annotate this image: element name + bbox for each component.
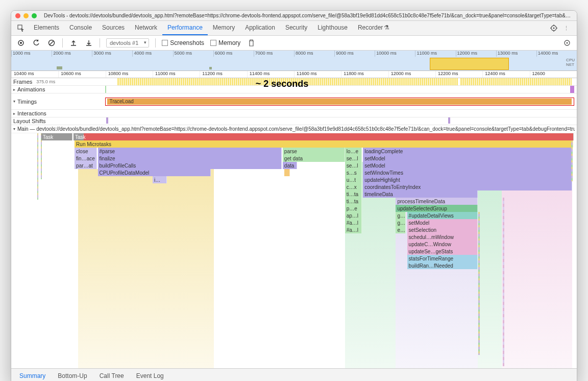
overview-selection[interactable] [430,58,509,70]
flame-entry[interactable]: lo…e [345,148,362,155]
tab-network[interactable]: Network [130,21,162,35]
flame-entry[interactable]: #a…l [345,226,362,233]
screenshots-checkbox[interactable]: Screenshots [162,39,204,46]
flame-entry[interactable] [284,169,290,176]
flame-entry[interactable]: timelineData [363,190,478,198]
reload-record-button[interactable] [32,38,41,47]
memory-checkbox[interactable]: Memory [210,39,240,46]
traceload-bar[interactable]: TraceLoad [107,99,572,105]
flame-entry[interactable]: setModel [407,219,478,226]
flame-entry[interactable]: se…l [345,162,362,169]
flame-entry[interactable]: e… [396,226,406,233]
ruler-tick: 11000 ms [153,71,200,78]
ruler-tick: 10600 ms [58,71,105,78]
zoom-window-button[interactable] [32,13,37,18]
flame-entry[interactable]: parse [283,148,345,155]
flame-entry[interactable]: setModel [363,162,572,169]
delete-button[interactable] [247,38,256,47]
flame-task-long[interactable]: Task [74,133,574,140]
flame-entry[interactable]: buildProfileCalls [98,162,282,169]
kebab-menu-icon[interactable]: ⋮ [561,23,571,33]
tab-security[interactable]: Security [280,21,312,35]
flame-entry[interactable]: get data [283,155,345,162]
tracks-area: Frames 375.0 ms ▸ Animations ~ 2 seconds [11,78,577,368]
flame-entry[interactable]: updateSe…geStats [407,248,478,255]
btab-bottom-up[interactable]: Bottom-Up [53,371,92,381]
btab-call-tree[interactable]: Call Tree [94,371,129,381]
overview-timeline[interactable]: 1000 ms 2000 ms 3000 ms 4000 ms 5000 ms … [11,51,577,71]
flame-entry[interactable]: updateHighlight [363,176,572,183]
flame-entry[interactable]: close [75,148,97,155]
tab-application[interactable]: Application [240,21,280,35]
flame-entry[interactable]: ti…ta [345,190,362,198]
flame-entry[interactable]: c…x [345,183,362,190]
flame-entry[interactable]: s…s [345,169,362,176]
svg-point-8 [20,42,22,44]
timings-track[interactable]: ▾ Timings TraceLoad [11,93,577,110]
upload-button[interactable] [69,38,78,47]
ruler-tick: 12400 ms [482,71,529,78]
flame-entry[interactable]: CPUProfileDataModel [98,169,211,176]
collapse-icon[interactable]: ▸ [13,111,15,116]
flame-entry[interactable]: g… [396,219,406,226]
flame-entry[interactable]: data [283,162,297,169]
flame-entry[interactable]: u…t [345,176,362,183]
flame-entry[interactable]: #updateDetailViews [407,212,478,219]
btab-summary[interactable]: Summary [14,371,51,381]
checkbox-icon [210,40,216,46]
settings-icon[interactable] [549,23,558,33]
flame-entry[interactable]: updateC…Window [407,241,478,248]
record-button[interactable] [16,38,26,47]
flame-entry[interactable]: ti…ta [345,198,362,205]
flame-chart[interactable]: Task Task Run Microtasks close #parse pa… [11,133,577,368]
flame-entry[interactable]: coordinatesToEntryIndex [363,183,572,190]
tab-sources[interactable]: Sources [97,21,130,35]
interactions-track[interactable]: ▸ Interactions [11,110,577,117]
flame-entry[interactable]: finalize [98,155,282,162]
flame-entry[interactable]: p…e [345,205,362,212]
flame-entry[interactable]: processTimelineData [396,198,478,205]
collapse-icon[interactable]: ▸ [13,87,15,92]
tab-console[interactable]: Console [64,21,97,35]
flame-entry[interactable]: i… [153,176,167,183]
collapse-icon[interactable]: ▾ [13,99,15,104]
clear-button[interactable] [47,38,56,47]
flame-entry[interactable]: ap…l [345,212,362,219]
flame-entry[interactable]: setSelection [407,226,478,233]
layout-shifts-track[interactable]: Layout Shifts [11,117,577,125]
minimize-window-button[interactable] [23,13,29,18]
screenshots-label: Screenshots [170,39,204,46]
time-ruler[interactable]: 10400 ms 10600 ms 10800 ms 11000 ms 1120… [11,71,577,78]
tab-lighthouse[interactable]: Lighthouse [312,21,353,35]
tab-elements[interactable]: Elements [29,21,64,35]
flame-entry[interactable]: setWindowTimes [363,169,572,176]
flame-activity [37,133,38,200]
tab-performance[interactable]: Performance [162,21,208,35]
tab-memory[interactable]: Memory [208,21,240,35]
main-thread-header[interactable]: ▾ Main — devtools://devtools/bundled/dev… [11,125,577,133]
flame-entry[interactable]: #parse [98,148,282,155]
flame-entry[interactable]: buildRan…fNeeded [407,262,478,269]
flame-entry[interactable]: loadingComplete [363,148,572,155]
flame-microtasks[interactable]: Run Microtasks [75,140,573,148]
flame-entry[interactable]: setModel [363,155,572,162]
flame-entry[interactable]: statsForTimeRange [407,255,478,262]
close-window-button[interactable] [15,13,20,18]
flame-entry[interactable]: #a…l [345,219,362,226]
tab-recorder[interactable]: Recorder⚗ [353,21,395,35]
flame-task[interactable]: Task [41,133,72,140]
flame-entry[interactable]: se…l [345,155,362,162]
flame-entry[interactable]: par…at [75,162,97,169]
collapse-icon[interactable]: ▾ [13,127,15,131]
inspect-element-icon[interactable] [13,21,29,35]
capture-settings-icon[interactable] [562,38,572,47]
flame-entry[interactable]: updateSelectedGroup [396,205,478,212]
btab-event-log[interactable]: Event Log [131,371,169,381]
recording-select[interactable]: devtools #1 ▾ [106,38,149,47]
flame-entry[interactable]: g… [396,212,406,219]
frames-value: 375.0 ms [36,79,55,84]
flame-entry[interactable]: schedul…mWindow [407,233,478,241]
flame-entry[interactable]: fin…ace [75,155,97,162]
download-button[interactable] [84,38,93,47]
animations-track[interactable]: ▸ Animations ~ 2 seconds [11,86,577,93]
